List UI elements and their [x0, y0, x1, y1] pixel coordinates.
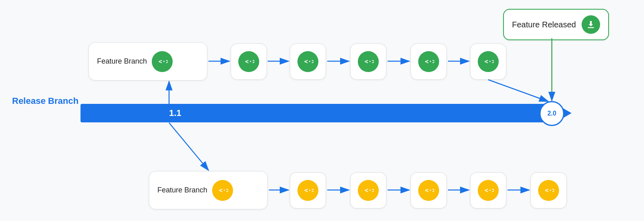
top-commit-icon-5: <·>: [478, 51, 499, 72]
svg-text:<·>: <·>: [304, 58, 314, 65]
feature-released-box: Feature Released: [503, 9, 609, 40]
top-feature-branch-box: Feature Branch <·>: [89, 42, 207, 81]
svg-text:<·>: <·>: [159, 58, 168, 65]
svg-text:<·>: <·>: [425, 187, 434, 194]
diagram-container: Release Branch 1.1 2.0 Feature Released …: [0, 0, 644, 221]
svg-text:<·>: <·>: [425, 58, 434, 65]
download-icon: [582, 15, 600, 34]
top-commit-icon-1: <·>: [238, 51, 259, 72]
bottom-feature-branch-box: Feature Branch <·>: [149, 171, 268, 209]
bottom-commit-box-4: <·>: [470, 172, 506, 209]
top-commit-box-2: <·>: [290, 43, 326, 80]
top-commit-icon-2: <·>: [297, 51, 318, 72]
svg-text:<·>: <·>: [304, 187, 314, 194]
top-commit-box-5: <·>: [470, 43, 506, 80]
timeline-bar: 1.1: [80, 104, 555, 122]
svg-text:<·>: <·>: [219, 186, 228, 194]
bottom-commit-icon-5: <·>: [538, 180, 559, 201]
top-commit-icon-4: <·>: [418, 51, 439, 72]
bottom-commit-box-2: <·>: [350, 172, 386, 209]
version-end-circle: 2.0: [539, 101, 564, 126]
bottom-commit-icon-3: <·>: [418, 180, 439, 201]
top-commit-box-4: <·>: [411, 43, 447, 80]
release-branch-label: Release Branch: [12, 96, 78, 106]
diag-arrow-to-release: [488, 80, 548, 101]
bottom-feature-branch-label: Feature Branch: [157, 186, 207, 194]
top-commit-box-3: <·>: [350, 43, 386, 80]
svg-text:<·>: <·>: [365, 187, 374, 194]
top-feature-branch-label: Feature Branch: [97, 57, 147, 66]
bottom-commit-icon-1: <·>: [297, 180, 318, 201]
bottom-commit-icon-2: <·>: [358, 180, 379, 201]
svg-text:<·>: <·>: [485, 187, 494, 194]
bottom-commit-icon-4: <·>: [478, 180, 499, 201]
svg-text:<·>: <·>: [245, 58, 254, 65]
bottom-commit-box-5: <·>: [530, 172, 567, 209]
top-commit-icon-3: <·>: [358, 51, 379, 72]
bottom-commit-icon-0: <·>: [212, 180, 233, 201]
feature-released-label: Feature Released: [512, 20, 576, 29]
top-commit-box-1: <·>: [231, 43, 267, 80]
svg-text:<·>: <·>: [485, 58, 494, 65]
svg-text:<·>: <·>: [365, 58, 374, 65]
diag-arrow-down: [169, 123, 208, 170]
timeline: 1.1: [80, 104, 584, 122]
top-commit-icon-0: <·>: [152, 51, 173, 72]
version-start-label: 1.1: [169, 108, 182, 118]
bottom-commit-box-3: <·>: [411, 172, 447, 209]
svg-text:<·>: <·>: [545, 187, 554, 194]
bottom-commit-box-1: <·>: [290, 172, 326, 209]
